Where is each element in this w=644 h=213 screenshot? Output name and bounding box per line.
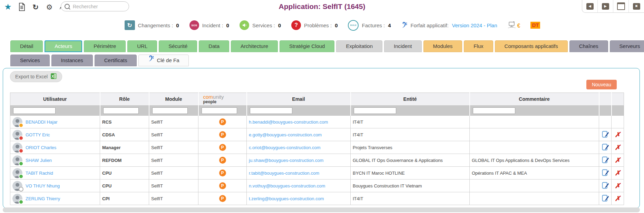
tab-flux[interactable]: Flux [464,40,493,52]
comment-cell: GLOBAL IT Ops Applications & DevOps Serv… [470,154,599,167]
stat-label: Changements : [138,22,173,28]
column-header-edit[interactable] [599,93,612,106]
tab-incident[interactable]: Incident [384,40,422,52]
table-row: VO THUY NhungCPUSelfITPn.vothuy@bouygues… [10,180,624,192]
email-link[interactable]: n.vothuy@bouygues-construction.com [249,183,325,188]
filter-input-community[interactable] [202,107,237,114]
column-header-community[interactable]: comunitypeople [198,93,247,106]
filter-input-role[interactable] [103,107,139,114]
edit-icon[interactable] [602,169,609,177]
user-name-link[interactable]: ORIOT Charles [26,145,56,150]
email-cell: n.vothuy@bouygues-construction.com [247,180,351,192]
tab-certificats[interactable]: Certificats [95,55,137,66]
edit-icon[interactable] [602,182,609,190]
tab-modules[interactable]: Modules [423,40,462,52]
community-people-icon[interactable]: P [219,195,226,202]
forfait-plan-link[interactable]: Version 2024 - Plan [452,22,497,28]
community-people-icon[interactable]: P [219,157,226,164]
email-link[interactable]: ju.shaw@bouygues-construction.com [249,158,323,163]
tab-detail[interactable]: Détail [10,40,43,52]
tab-acteurs[interactable]: Acteurs [45,40,82,52]
tab-label: Acteurs [55,40,72,52]
entity-cell: IT4IT [351,116,470,128]
tab-label: Stratégie Cloud [289,40,325,52]
tab-architecture[interactable]: Architecture [231,40,278,52]
edit-icon[interactable] [602,194,609,203]
email-link[interactable]: h.benaddi@bouygues-construction.com [249,119,328,125]
tab-url[interactable]: URL [127,40,157,52]
user-name-link[interactable]: VO THUY Nhung [26,183,60,188]
delete-icon[interactable]: ✗ [615,169,621,177]
user-name-link[interactable]: SHAW Julien [26,158,52,163]
column-header-email[interactable]: Email [247,93,351,106]
tab-strategie-cloud[interactable]: Stratégie Cloud [280,40,334,52]
filter-input-module[interactable] [152,107,188,114]
bottom-scroll-bar[interactable] [3,207,640,212]
delete-icon[interactable]: ✗ [615,156,621,164]
tab-label: Data [208,40,219,52]
delete-icon[interactable]: ✗ [615,195,621,202]
nouveau-button[interactable]: Nouveau [586,80,617,89]
stat-services: Services : 0 [240,20,281,30]
community-people-icon[interactable]: P [219,144,226,151]
tab-services[interactable]: Services [10,55,50,66]
email-link[interactable]: e.gotty@bouygues-construction.com [249,132,322,137]
tab-instances[interactable]: Instances [51,55,93,66]
close-button[interactable]: ✖ [628,0,644,12]
maximize-button[interactable] [613,0,628,12]
stats-band: ↻Changements : 0SOSIncident : 0Services … [41,19,623,31]
column-header-user[interactable]: Utilisateur [10,93,100,106]
delete-icon[interactable]: ✗ [615,182,621,190]
tab-cle-de-fa[interactable]: Clé de Fa [138,55,189,66]
tab-perimetre[interactable]: Périmètre [84,40,126,52]
email-cell: h.benaddi@bouygues-construction.com [247,116,351,128]
back-button[interactable]: ◀ [582,0,597,12]
user-name-link[interactable]: BENADDI Hajar [26,119,57,125]
stat-value: 0 [176,22,179,28]
email-link[interactable]: c.oriot@bouygues-construction.com [249,145,321,150]
filter-input-entity[interactable] [354,107,396,114]
column-header-role[interactable]: Rôle [100,93,149,106]
tab-serveurs[interactable]: Serveurs [610,40,644,52]
tab-exploitation[interactable]: Exploitation [336,40,382,52]
community-people-icon[interactable]: P [219,182,226,189]
delete-icon[interactable]: ✗ [615,144,621,151]
tab-chaines[interactable]: Chaînes [569,40,608,52]
edit-icon[interactable] [602,156,609,165]
tab-label: Architecture [241,40,268,52]
email-link[interactable]: t.zerling@bouygues-construction.com [249,196,324,201]
community-people-icon[interactable]: P [219,131,226,138]
user-name-link[interactable]: GOTTY Eric [26,132,50,137]
tab-securite[interactable]: Sécurité [159,40,197,52]
filter-input-user[interactable] [13,107,56,114]
back-icon: ◀ [586,3,594,10]
column-header-comment[interactable]: Commentaire [470,93,599,106]
tab-data[interactable]: Data [199,40,229,52]
email-link[interactable]: r.tabit@bouygues-construction.com [249,171,319,176]
filter-input-comment[interactable] [473,107,515,114]
user-name-link[interactable]: TABIT Rachid [26,171,53,176]
filter-input-email[interactable] [250,107,292,114]
edit-icon[interactable] [602,143,609,152]
entity-cell: IT4IT [351,128,470,141]
edit-icon[interactable] [602,130,609,139]
entity-cell: GLOBAL IT Ops Gouvernance & Applications [351,154,470,167]
incident-icon: SOS [189,20,199,30]
tab-label: Chaînes [579,40,598,52]
user-name-link[interactable]: ZERLING Thierry [26,196,60,201]
entity-cell: BYCN IT Maroc HOTLINE [351,167,470,180]
community-people-icon[interactable]: P [219,170,226,176]
forward-button[interactable]: ▶ [597,0,613,12]
comment-cell [470,192,599,205]
comment-cell [470,141,599,154]
community-people-icon[interactable]: P [219,118,226,125]
delete-icon[interactable]: ✗ [615,131,621,138]
column-header-delete[interactable] [612,93,624,106]
export-to-excel-button[interactable]: Export to Excel X [10,71,62,82]
column-header-entity[interactable]: Entité [351,93,470,106]
user-cell-content: GOTTY Eric [12,130,98,140]
tab-composants-applicatifs[interactable]: Composants applicatifs [495,40,568,52]
community-logo-people: people [203,100,246,104]
column-header-module[interactable]: Module [149,93,198,106]
delete-cell: ✗ [612,180,624,192]
